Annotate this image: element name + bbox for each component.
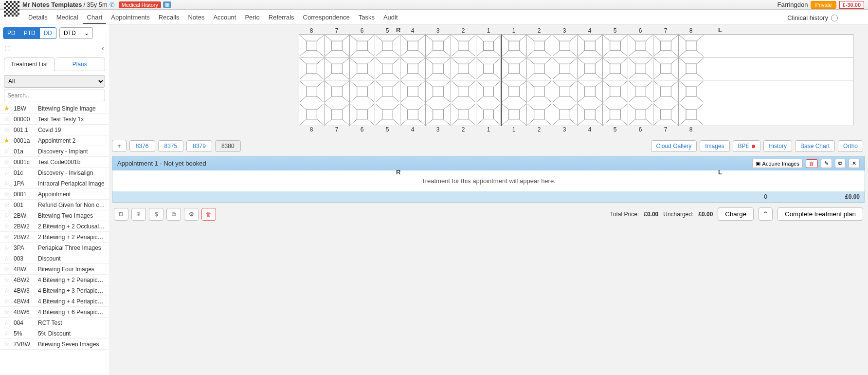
tab-tasks[interactable]: Tasks: [355, 12, 379, 24]
treatment-list[interactable]: ★ 1BW Bitewing Single Image☆ 00000 Test …: [0, 103, 109, 369]
tooth-cell[interactable]: [325, 103, 350, 126]
tooth-cell[interactable]: [527, 80, 552, 103]
star-icon[interactable]: ☆: [4, 330, 11, 337]
tooth-cell[interactable]: [628, 57, 653, 80]
tooth-cell[interactable]: [552, 35, 578, 57]
star-icon[interactable]: ☆: [4, 148, 11, 155]
tooth-cell[interactable]: [476, 35, 502, 57]
dd-button[interactable]: DD: [40, 27, 56, 39]
payment-button[interactable]: $: [149, 208, 163, 221]
ortho-button[interactable]: Ortho: [838, 140, 863, 152]
tab-medical[interactable]: Medical: [53, 12, 82, 24]
treatment-item[interactable]: ☆ 004 RCT Test: [0, 318, 109, 328]
settings-button[interactable]: ⚙: [184, 208, 199, 221]
charge-button[interactable]: Charge: [718, 207, 754, 221]
star-icon[interactable]: ☆: [4, 265, 11, 273]
plan-tab-8376[interactable]: 8376: [129, 140, 155, 152]
tab-treatment-list[interactable]: Treatment List: [4, 57, 55, 71]
tooth-cell[interactable]: [375, 35, 400, 57]
tooth-cell[interactable]: [375, 103, 400, 126]
treatment-item[interactable]: ☆ 3PA Periapical Three Images: [0, 243, 109, 253]
star-icon[interactable]: ☆: [4, 158, 11, 166]
cloud-gallery-button[interactable]: Cloud Gallery: [651, 140, 697, 152]
pd-button[interactable]: PD: [3, 27, 20, 39]
tooth-cell[interactable]: [653, 57, 679, 80]
star-icon[interactable]: ☆: [4, 126, 11, 133]
tooth-cell[interactable]: [299, 80, 325, 103]
treatment-item[interactable]: ☆ 0001c Test Code0001b: [0, 157, 109, 168]
tooth-cell[interactable]: [400, 57, 426, 80]
delete-appointment-button[interactable]: 🗑: [806, 159, 818, 168]
tooth-cell[interactable]: [502, 80, 527, 103]
delete-plan-button[interactable]: 🗑: [201, 208, 216, 221]
appointment-header[interactable]: Appointment 1 - Not yet booked ▣ Acquire…: [112, 156, 865, 170]
treatment-item[interactable]: ☆ 2BW2 2 Bitewing + 2 Periapical Im...: [0, 232, 109, 243]
patient-avatar[interactable]: [4, 1, 19, 17]
tooth-cell[interactable]: [502, 57, 527, 80]
treatment-item[interactable]: ☆ 001 Refund Given for Non cancel...: [0, 200, 109, 210]
treatment-item[interactable]: ☆ 4BW4 4 Bitewing + 4 Periapical Im...: [0, 296, 109, 307]
tooth-cell[interactable]: [603, 80, 628, 103]
treatment-item[interactable]: ☆ 01c Discovery - Invisalign: [0, 168, 109, 178]
treatment-item[interactable]: ☆ 003 Discount: [0, 253, 109, 264]
tooth-cell[interactable]: [603, 35, 628, 57]
tooth-cell[interactable]: [400, 35, 426, 57]
tooth-cell[interactable]: [552, 80, 578, 103]
payor-button[interactable]: Private: [811, 1, 836, 9]
tooth-cell[interactable]: [426, 57, 451, 80]
star-icon[interactable]: ☆: [4, 169, 11, 176]
tooth-cell[interactable]: [426, 80, 451, 103]
ptd-button[interactable]: PTD: [20, 27, 40, 39]
tooth-cell[interactable]: [299, 57, 325, 80]
tooth-cell[interactable]: [476, 57, 502, 80]
tooth-cell[interactable]: [578, 57, 603, 80]
treatment-item[interactable]: ☆ 2BW2 2 Bitewing + 2 Occlusal Ima...: [0, 221, 109, 232]
tooth-cell[interactable]: [578, 80, 603, 103]
gear-icon[interactable]: [831, 15, 838, 21]
tooth-cell[interactable]: [350, 80, 375, 103]
phone-icon[interactable]: ✆: [109, 1, 115, 8]
plan-tab-8379[interactable]: 8379: [186, 140, 212, 152]
tooth-cell[interactable]: [426, 35, 451, 57]
charge-dropdown[interactable]: ⌃: [759, 207, 773, 221]
tab-audit[interactable]: Audit: [380, 12, 402, 24]
treatment-item[interactable]: ☆ 5% 5% Discount: [0, 328, 109, 339]
tab-details[interactable]: Details: [24, 12, 52, 24]
bpe-button[interactable]: BPE: [733, 140, 760, 152]
treatment-item[interactable]: ☆ 01a Discovery - Implant: [0, 146, 109, 157]
tooth-cell[interactable]: [679, 57, 704, 80]
plan-tab-8375[interactable]: 8375: [158, 140, 184, 152]
base-chart-button[interactable]: Base Chart: [795, 140, 835, 152]
tab-correspondence[interactable]: Correspondence: [299, 12, 354, 24]
dtd-button[interactable]: DTD: [59, 27, 80, 39]
collapse-sidebar-icon[interactable]: ‹: [102, 44, 104, 53]
treatment-item[interactable]: ☆ 0001 Appointment: [0, 189, 109, 200]
copy-appointment-button[interactable]: ⧉: [835, 159, 846, 168]
tab-referrals[interactable]: Referrals: [265, 12, 298, 24]
tooth-cell[interactable]: [451, 57, 476, 80]
edit-appointment-button[interactable]: ✎: [821, 159, 832, 168]
treatment-item[interactable]: ☆ 4BW6 4 Bitewing + 6 Periapical Im...: [0, 307, 109, 318]
tooth-cell[interactable]: [375, 57, 400, 80]
tooth-cell[interactable]: [653, 35, 679, 57]
tooth-cell[interactable]: [603, 57, 628, 80]
tooth-cell[interactable]: [476, 103, 502, 126]
images-button[interactable]: Images: [700, 140, 729, 152]
tooth-cell[interactable]: [451, 35, 476, 57]
tooth-cell[interactable]: [679, 80, 704, 103]
balance-badge[interactable]: £-30.00: [839, 1, 864, 9]
treatment-item[interactable]: ★ 0001a Appointment 2: [0, 135, 109, 146]
history-button[interactable]: History: [763, 140, 792, 152]
star-icon[interactable]: ☆: [4, 233, 11, 241]
star-icon[interactable]: ☆: [4, 298, 11, 305]
tooth-cell[interactable]: [578, 35, 603, 57]
tooth-cell[interactable]: [451, 80, 476, 103]
star-icon[interactable]: ☆: [4, 180, 11, 187]
document-button[interactable]: 🗎: [131, 208, 146, 221]
star-icon[interactable]: ☆: [4, 212, 11, 219]
add-plan-button[interactable]: +: [112, 140, 127, 152]
star-icon[interactable]: ☆: [4, 319, 11, 326]
treatment-item[interactable]: ☆ 001.1 Covid 19: [0, 125, 109, 135]
tooth-cell[interactable]: [578, 103, 603, 126]
close-appointment-button[interactable]: ✕: [849, 159, 860, 168]
